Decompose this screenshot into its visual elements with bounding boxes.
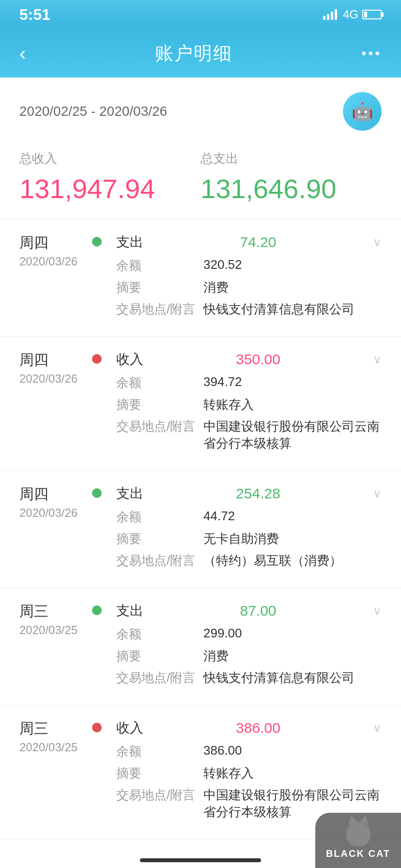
detail-col: 收入 350.00 ∨ 余额 394.72 摘要 转账存入 交易地点/附言 中国… [116, 350, 382, 457]
date-col: 周三 2020/03/25 [19, 719, 82, 825]
more-button[interactable]: ••• [362, 46, 382, 61]
cat-icon [346, 822, 370, 846]
location-value: （特约）易互联（消费） [203, 552, 382, 569]
balance-value: 299.00 [203, 626, 382, 641]
type-label: 支出 [116, 233, 143, 251]
robot-button[interactable]: 🤖 [343, 92, 382, 131]
amount-value: 386.00 [236, 720, 280, 736]
balance-key: 余额 [116, 743, 203, 760]
date-range-section: 2020/02/25 - 2020/03/26 🤖 [0, 78, 401, 140]
status-bar: 5:51 4G [0, 0, 401, 29]
summary-key: 摘要 [116, 279, 203, 296]
amount-value: 74.20 [240, 234, 276, 250]
balance-key: 余额 [116, 374, 203, 391]
status-dot [92, 723, 102, 732]
summary-row: 摘要 消费 [116, 648, 382, 665]
amount-value: 87.00 [240, 603, 276, 619]
detail-col: 支出 74.20 ∨ 余额 320.52 摘要 消费 交易地点/附言 快钱支付清… [116, 233, 382, 323]
day-label: 周四 [19, 233, 82, 253]
status-dot [92, 354, 102, 364]
balance-row: 余额 299.00 [116, 626, 382, 643]
chevron-down-icon: ∨ [373, 721, 382, 735]
day-label: 周三 [19, 602, 82, 621]
summary-section: 总收入 131,947.94 总支出 131,646.90 [0, 140, 401, 219]
summary-value: 消费 [203, 648, 382, 665]
dot-col [92, 719, 107, 825]
balance-row: 余额 394.72 [116, 374, 382, 391]
watermark-text: BLACK CAT [326, 848, 390, 859]
home-indicator [140, 858, 261, 862]
summary-row: 摘要 无卡自助消费 [116, 530, 382, 547]
detail-col: 收入 386.00 ∨ 余额 386.00 摘要 转账存入 交易地点/附言 中国… [116, 719, 382, 825]
type-row: 支出 87.00 ∨ [116, 602, 382, 620]
chevron-down-icon: ∨ [373, 487, 382, 500]
content-area: 2020/02/25 - 2020/03/26 🤖 总收入 131,947.94… [0, 78, 401, 868]
location-row: 交易地点/附言 快钱支付清算信息有限公司 [116, 669, 382, 686]
location-row: 交易地点/附言 快钱支付清算信息有限公司 [116, 301, 382, 318]
summary-key: 摘要 [116, 765, 203, 782]
date-col: 周四 2020/03/26 [19, 233, 82, 323]
income-amount: 131,947.94 [19, 173, 200, 204]
location-key: 交易地点/附言 [116, 669, 203, 686]
transaction-list: 周四 2020/03/26 支出 74.20 ∨ 余额 320.52 摘要 消费… [0, 219, 401, 839]
dot-col [92, 233, 107, 323]
date-col: 周四 2020/03/26 [19, 484, 82, 574]
date-label: 2020/03/26 [19, 255, 82, 268]
balance-key: 余额 [116, 509, 203, 526]
summary-row: 摘要 消费 [116, 279, 382, 296]
balance-row: 余额 320.52 [116, 257, 382, 274]
type-row: 收入 350.00 ∨ [116, 350, 382, 369]
detail-col: 支出 87.00 ∨ 余额 299.00 摘要 消费 交易地点/附言 快钱支付清… [116, 602, 382, 691]
chevron-down-icon: ∨ [373, 604, 382, 618]
status-icons: 4G [323, 8, 382, 21]
transaction-item[interactable]: 周四 2020/03/26 收入 350.00 ∨ 余额 394.72 摘要 转… [0, 337, 401, 471]
battery-icon [362, 10, 382, 19]
balance-value: 320.52 [203, 257, 382, 272]
status-time: 5:51 [19, 6, 50, 24]
status-dot [92, 605, 102, 615]
summary-row: 摘要 转账存入 [116, 396, 382, 413]
location-value: 中国建设银行股份有限公司云南省分行本级核算 [203, 418, 382, 452]
expense-amount: 131,646.90 [200, 173, 382, 204]
summary-key: 摘要 [116, 396, 203, 413]
summary-value: 消费 [203, 279, 382, 296]
type-label: 收入 [116, 350, 143, 369]
day-label: 周三 [19, 719, 82, 739]
dot-col [92, 350, 107, 457]
header: ‹ 账户明细 ••• [0, 29, 401, 78]
balance-value: 386.00 [203, 743, 382, 758]
type-label: 收入 [116, 719, 143, 737]
summary-key: 摘要 [116, 530, 203, 547]
day-label: 周四 [19, 484, 82, 504]
balance-row: 余额 44.72 [116, 509, 382, 526]
day-label: 周四 [19, 350, 82, 370]
transaction-item[interactable]: 周四 2020/03/26 支出 74.20 ∨ 余额 320.52 摘要 消费… [0, 219, 401, 337]
amount-value: 254.28 [236, 485, 280, 502]
chevron-down-icon: ∨ [373, 235, 382, 249]
type-row: 支出 254.28 ∨ [116, 484, 382, 503]
expense-summary: 总支出 131,646.90 [200, 150, 382, 204]
location-row: 交易地点/附言 （特约）易互联（消费） [116, 552, 382, 569]
transaction-item[interactable]: 周三 2020/03/25 支出 87.00 ∨ 余额 299.00 摘要 消费… [0, 588, 401, 705]
income-label: 总收入 [19, 150, 200, 167]
summary-value: 转账存入 [203, 396, 382, 413]
date-range-text: 2020/02/25 - 2020/03/26 [19, 104, 167, 119]
transaction-item[interactable]: 周四 2020/03/26 支出 254.28 ∨ 余额 44.72 摘要 无卡… [0, 471, 401, 588]
detail-col: 支出 254.28 ∨ 余额 44.72 摘要 无卡自助消费 交易地点/附言 （… [116, 484, 382, 574]
location-key: 交易地点/附言 [116, 418, 203, 435]
location-row: 交易地点/附言 中国建设银行股份有限公司云南省分行本级核算 [116, 418, 382, 452]
signal-icon [323, 9, 337, 20]
date-label: 2020/03/26 [19, 506, 82, 520]
dot-col [92, 484, 107, 574]
balance-row: 余额 386.00 [116, 743, 382, 760]
location-value: 快钱支付清算信息有限公司 [203, 301, 382, 318]
date-label: 2020/03/25 [19, 741, 82, 754]
type-label: 支出 [116, 602, 143, 620]
back-button[interactable]: ‹ [19, 43, 26, 64]
location-key: 交易地点/附言 [116, 787, 203, 804]
income-summary: 总收入 131,947.94 [19, 150, 200, 204]
chevron-down-icon: ∨ [373, 353, 382, 366]
status-dot [92, 488, 102, 498]
location-key: 交易地点/附言 [116, 552, 203, 569]
expense-label: 总支出 [200, 150, 382, 167]
